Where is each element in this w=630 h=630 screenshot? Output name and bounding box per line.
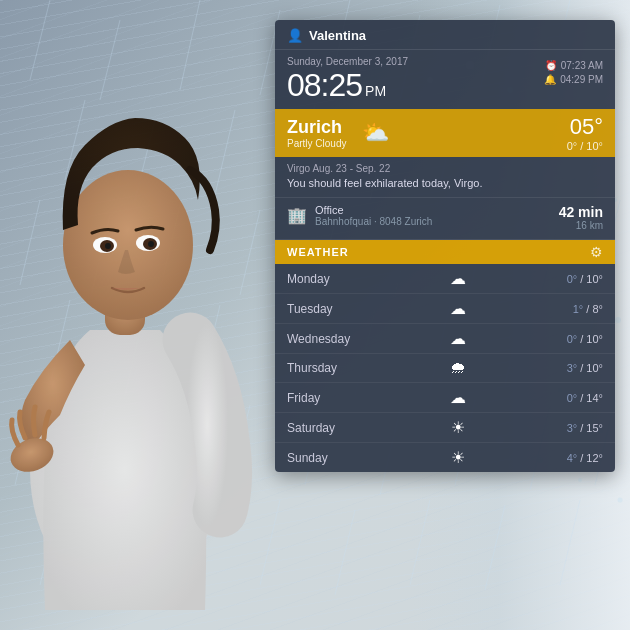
time-ampm: PM xyxy=(365,83,386,99)
temp-low: 3° xyxy=(567,362,578,374)
weather-rows-container: Monday ☁ 0° / 10° Tuesday ☁ 1° / 8° Wedn… xyxy=(275,264,615,472)
date-label: Sunday, December 3, 2017 xyxy=(287,56,408,67)
commute-duration: 42 min xyxy=(559,204,603,220)
weather-condition-icon: ☁ xyxy=(367,388,548,407)
weather-row: Thursday 🌧 3° / 10° xyxy=(275,354,615,383)
horoscope-date-range: Aug. 23 - Sep. 22 xyxy=(312,163,390,174)
alarm-row: ⏰ 07:23 AM xyxy=(544,60,603,71)
temp-high: 8° xyxy=(592,303,603,315)
user-name: Valentina xyxy=(309,28,603,43)
weather-temps: 4° / 12° xyxy=(548,452,603,464)
commute-info: Office Bahnhofquai · 8048 Zurich xyxy=(315,204,551,227)
horoscope-sign: Virgo xyxy=(287,163,310,174)
datetime-left: Sunday, December 3, 2017 08:25 PM xyxy=(287,56,408,101)
weather-day-name: Tuesday xyxy=(287,302,367,316)
temp-high: 10° xyxy=(586,273,603,285)
svg-point-85 xyxy=(63,170,193,320)
weather-day-name: Saturday xyxy=(287,421,367,435)
weather-temps: 0° / 14° xyxy=(548,392,603,404)
alarm-icon: ⏰ xyxy=(545,60,557,71)
commute-time: 42 min 16 km xyxy=(559,204,603,231)
temp-high: 14° xyxy=(586,392,603,404)
commute-sublabel: Bahnhofquai · 8048 Zurich xyxy=(315,216,551,227)
weather-header-bar: Weather ⚙ xyxy=(275,240,615,264)
current-temp: 05° xyxy=(567,114,603,140)
time-display: 08:25 xyxy=(287,69,362,101)
smart-widget: 👤 Valentina Sunday, December 3, 2017 08:… xyxy=(275,20,615,472)
weather-header-title: Weather xyxy=(287,246,349,258)
temp-high: 10° xyxy=(586,362,603,374)
weather-temps: 0° / 10° xyxy=(548,273,603,285)
weather-condition-icon: ☀ xyxy=(367,448,548,467)
temp-low: 0° xyxy=(567,333,578,345)
weather-temps: 3° / 10° xyxy=(548,362,603,374)
svg-point-91 xyxy=(148,241,154,247)
weather-weekly: Weather ⚙ Monday ☁ 0° / 10° Tuesday ☁ 1°… xyxy=(275,240,615,472)
current-weather-icon: ⛅ xyxy=(362,120,389,146)
weather-temps: 3° / 15° xyxy=(548,422,603,434)
temp-low: 0° xyxy=(567,392,578,404)
weather-condition-icon: ☁ xyxy=(367,299,548,318)
weather-day-name: Friday xyxy=(287,391,367,405)
horoscope-text: You should feel exhilarated today, Virgo… xyxy=(287,176,603,191)
location-left: Zurich Partly Cloudy xyxy=(287,117,346,149)
weather-condition-icon: ☁ xyxy=(367,329,548,348)
weather-day-name: Wednesday xyxy=(287,332,367,346)
weather-temps: 1° / 8° xyxy=(548,303,603,315)
weather-row: Friday ☁ 0° / 14° xyxy=(275,383,615,413)
temp-low: 3° xyxy=(567,422,578,434)
condition-label: Partly Cloudy xyxy=(287,138,346,149)
weather-condition-icon: ☀ xyxy=(367,418,548,437)
temp-low: 4° xyxy=(567,452,578,464)
weather-day-name: Thursday xyxy=(287,361,367,375)
temp-high: 15° xyxy=(586,422,603,434)
alarm-time-2: 04:29 PM xyxy=(560,74,603,85)
commute-icon: 🏢 xyxy=(287,206,307,225)
alarm-time: 07:23 AM xyxy=(561,60,603,71)
weather-day-name: Sunday xyxy=(287,451,367,465)
temp-display: 05° 0° / 10° xyxy=(567,114,603,152)
commute-label: Office xyxy=(315,204,551,216)
temp-high: 10° xyxy=(586,333,603,345)
temp-low: 0° xyxy=(567,273,578,285)
user-icon: 👤 xyxy=(287,28,303,43)
temp-low: 1° xyxy=(573,303,584,315)
horoscope-title: Virgo Aug. 23 - Sep. 22 xyxy=(287,163,603,174)
datetime-right: ⏰ 07:23 AM 🔔 04:29 PM xyxy=(544,60,603,85)
weather-row: Tuesday ☁ 1° / 8° xyxy=(275,294,615,324)
weather-temps: 0° / 10° xyxy=(548,333,603,345)
horoscope-section: Virgo Aug. 23 - Sep. 22 You should feel … xyxy=(275,157,615,198)
widget-header: 👤 Valentina xyxy=(275,20,615,50)
temp-range: 0° / 10° xyxy=(567,140,603,152)
weather-row: Saturday ☀ 3° / 15° xyxy=(275,413,615,443)
weather-day-name: Monday xyxy=(287,272,367,286)
commute-distance: 16 km xyxy=(559,220,603,231)
temp-high: 12° xyxy=(586,452,603,464)
svg-point-90 xyxy=(105,243,111,249)
commute-section: 🏢 Office Bahnhofquai · 8048 Zurich 42 mi… xyxy=(275,198,615,240)
weather-settings-icon[interactable]: ⚙ xyxy=(590,244,603,260)
alarm-icon-2: 🔔 xyxy=(544,74,556,85)
city-name: Zurich xyxy=(287,117,346,138)
weather-row: Sunday ☀ 4° / 12° xyxy=(275,443,615,472)
weather-condition-icon: 🌧 xyxy=(367,359,548,377)
weather-condition-icon: ☁ xyxy=(367,269,548,288)
weather-row: Monday ☁ 0° / 10° xyxy=(275,264,615,294)
datetime-section: Sunday, December 3, 2017 08:25 PM ⏰ 07:2… xyxy=(275,50,615,109)
alarm-row-2: 🔔 04:29 PM xyxy=(544,74,603,85)
location-strip: Zurich Partly Cloudy ⛅ 05° 0° / 10° xyxy=(275,109,615,157)
weather-row: Wednesday ☁ 0° / 10° xyxy=(275,324,615,354)
